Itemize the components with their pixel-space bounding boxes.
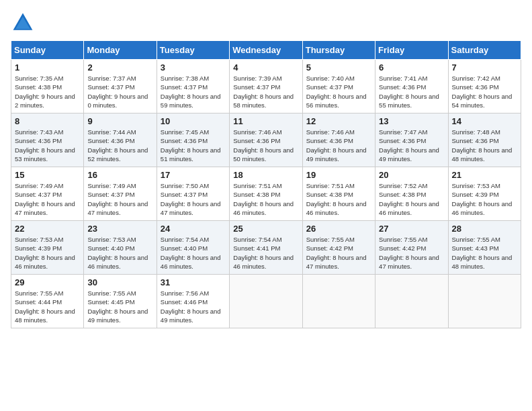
calendar-cell: 5 Sunrise: 7:40 AM Sunset: 4:37 PM Dayli… — [302, 60, 375, 113]
day-header-tuesday: Tuesday — [157, 41, 229, 60]
day-number: 28 — [452, 224, 517, 234]
day-info: Sunrise: 7:49 AM Sunset: 4:37 PM Dayligh… — [15, 181, 80, 217]
day-info: Sunrise: 7:47 AM Sunset: 4:36 PM Dayligh… — [379, 128, 444, 163]
day-number: 12 — [306, 116, 371, 126]
calendar-cell: 14 Sunrise: 7:48 AM Sunset: 4:36 PM Dayl… — [448, 113, 521, 167]
day-number: 24 — [161, 224, 226, 234]
day-info: Sunrise: 7:55 AM Sunset: 4:45 PM Dayligh… — [87, 289, 152, 324]
day-number: 6 — [379, 62, 444, 73]
day-info: Sunrise: 7:55 AM Sunset: 4:42 PM Dayligh… — [306, 235, 371, 271]
day-header-sunday: Sunday — [11, 41, 84, 60]
day-info: Sunrise: 7:56 AM Sunset: 4:46 PM Dayligh… — [161, 289, 226, 324]
day-number: 31 — [161, 277, 226, 287]
calendar-cell — [302, 275, 375, 328]
calendar-cell: 23 Sunrise: 7:53 AM Sunset: 4:40 PM Dayl… — [84, 221, 157, 275]
day-number: 13 — [379, 116, 444, 126]
day-info: Sunrise: 7:51 AM Sunset: 4:38 PM Dayligh… — [306, 181, 371, 217]
day-info: Sunrise: 7:54 AM Sunset: 4:41 PM Dayligh… — [233, 235, 298, 271]
calendar-cell: 13 Sunrise: 7:47 AM Sunset: 4:36 PM Dayl… — [375, 113, 448, 167]
day-number: 17 — [161, 170, 226, 180]
day-number: 4 — [233, 62, 298, 73]
calendar-cell: 20 Sunrise: 7:52 AM Sunset: 4:38 PM Dayl… — [375, 167, 448, 221]
calendar-cell: 11 Sunrise: 7:46 AM Sunset: 4:36 PM Dayl… — [230, 113, 302, 167]
day-number: 18 — [233, 170, 298, 180]
calendar-cell: 24 Sunrise: 7:54 AM Sunset: 4:40 PM Dayl… — [157, 221, 229, 275]
day-number: 3 — [161, 62, 226, 73]
day-number: 19 — [306, 170, 371, 180]
day-info: Sunrise: 7:46 AM Sunset: 4:36 PM Dayligh… — [233, 128, 298, 163]
day-number: 21 — [452, 170, 517, 180]
day-info: Sunrise: 7:46 AM Sunset: 4:36 PM Dayligh… — [306, 128, 371, 163]
calendar-cell: 18 Sunrise: 7:51 AM Sunset: 4:38 PM Dayl… — [230, 167, 302, 221]
day-number: 25 — [233, 224, 298, 234]
calendar-cell: 19 Sunrise: 7:51 AM Sunset: 4:38 PM Dayl… — [302, 167, 375, 221]
day-header-wednesday: Wednesday — [230, 41, 302, 60]
day-number: 8 — [15, 116, 80, 126]
day-header-friday: Friday — [375, 41, 448, 60]
calendar-cell: 31 Sunrise: 7:56 AM Sunset: 4:46 PM Dayl… — [157, 275, 229, 328]
day-info: Sunrise: 7:55 AM Sunset: 4:42 PM Dayligh… — [379, 235, 444, 271]
day-info: Sunrise: 7:49 AM Sunset: 4:37 PM Dayligh… — [87, 181, 152, 217]
calendar-week-row: 29 Sunrise: 7:55 AM Sunset: 4:44 PM Dayl… — [11, 275, 521, 328]
day-number: 22 — [15, 224, 80, 234]
day-number: 20 — [379, 170, 444, 180]
day-info: Sunrise: 7:53 AM Sunset: 4:39 PM Dayligh… — [15, 235, 80, 271]
logo-icon — [11, 11, 35, 35]
calendar-week-row: 15 Sunrise: 7:49 AM Sunset: 4:37 PM Dayl… — [11, 167, 521, 221]
day-number: 14 — [452, 116, 517, 126]
day-number: 2 — [87, 62, 152, 73]
calendar-header-row: SundayMondayTuesdayWednesdayThursdayFrid… — [11, 41, 521, 60]
day-number: 16 — [87, 170, 152, 180]
day-info: Sunrise: 7:45 AM Sunset: 4:36 PM Dayligh… — [161, 128, 226, 163]
calendar-cell: 9 Sunrise: 7:44 AM Sunset: 4:36 PM Dayli… — [84, 113, 157, 167]
day-number: 26 — [306, 224, 371, 234]
day-info: Sunrise: 7:44 AM Sunset: 4:36 PM Dayligh… — [87, 128, 152, 163]
day-info: Sunrise: 7:52 AM Sunset: 4:38 PM Dayligh… — [379, 181, 444, 217]
day-number: 5 — [306, 62, 371, 73]
day-number: 30 — [87, 277, 152, 287]
day-number: 27 — [379, 224, 444, 234]
calendar-cell: 30 Sunrise: 7:55 AM Sunset: 4:45 PM Dayl… — [84, 275, 157, 328]
calendar-cell: 26 Sunrise: 7:55 AM Sunset: 4:42 PM Dayl… — [302, 221, 375, 275]
day-info: Sunrise: 7:42 AM Sunset: 4:36 PM Dayligh… — [452, 74, 517, 109]
calendar-cell — [230, 275, 302, 328]
day-info: Sunrise: 7:40 AM Sunset: 4:37 PM Dayligh… — [306, 74, 371, 109]
page-header — [11, 11, 521, 35]
calendar-cell: 28 Sunrise: 7:55 AM Sunset: 4:43 PM Dayl… — [448, 221, 521, 275]
calendar-cell — [375, 275, 448, 328]
calendar-week-row: 8 Sunrise: 7:43 AM Sunset: 4:36 PM Dayli… — [11, 113, 521, 167]
calendar-cell: 22 Sunrise: 7:53 AM Sunset: 4:39 PM Dayl… — [11, 221, 84, 275]
calendar-cell: 2 Sunrise: 7:37 AM Sunset: 4:37 PM Dayli… — [84, 60, 157, 113]
calendar-cell: 6 Sunrise: 7:41 AM Sunset: 4:36 PM Dayli… — [375, 60, 448, 113]
day-info: Sunrise: 7:54 AM Sunset: 4:40 PM Dayligh… — [161, 235, 226, 271]
calendar-cell: 7 Sunrise: 7:42 AM Sunset: 4:36 PM Dayli… — [448, 60, 521, 113]
logo — [11, 11, 38, 35]
day-header-monday: Monday — [84, 41, 157, 60]
day-info: Sunrise: 7:38 AM Sunset: 4:37 PM Dayligh… — [161, 74, 226, 109]
calendar-cell: 27 Sunrise: 7:55 AM Sunset: 4:42 PM Dayl… — [375, 221, 448, 275]
day-number: 29 — [15, 277, 80, 287]
calendar-cell: 10 Sunrise: 7:45 AM Sunset: 4:36 PM Dayl… — [157, 113, 229, 167]
calendar-week-row: 1 Sunrise: 7:35 AM Sunset: 4:38 PM Dayli… — [11, 60, 521, 113]
day-info: Sunrise: 7:53 AM Sunset: 4:39 PM Dayligh… — [452, 181, 517, 217]
day-info: Sunrise: 7:48 AM Sunset: 4:36 PM Dayligh… — [452, 128, 517, 163]
day-info: Sunrise: 7:39 AM Sunset: 4:37 PM Dayligh… — [233, 74, 298, 109]
day-number: 9 — [87, 116, 152, 126]
calendar-cell — [448, 275, 521, 328]
day-number: 15 — [15, 170, 80, 180]
day-header-saturday: Saturday — [448, 41, 521, 60]
calendar-cell: 15 Sunrise: 7:49 AM Sunset: 4:37 PM Dayl… — [11, 167, 84, 221]
day-number: 23 — [87, 224, 152, 234]
day-info: Sunrise: 7:51 AM Sunset: 4:38 PM Dayligh… — [233, 181, 298, 217]
day-info: Sunrise: 7:43 AM Sunset: 4:36 PM Dayligh… — [15, 128, 80, 163]
day-number: 7 — [452, 62, 517, 73]
calendar-week-row: 22 Sunrise: 7:53 AM Sunset: 4:39 PM Dayl… — [11, 221, 521, 275]
day-info: Sunrise: 7:55 AM Sunset: 4:43 PM Dayligh… — [452, 235, 517, 271]
day-number: 1 — [15, 62, 80, 73]
day-header-thursday: Thursday — [302, 41, 375, 60]
calendar-table: SundayMondayTuesdayWednesdayThursdayFrid… — [11, 40, 521, 328]
calendar-cell: 21 Sunrise: 7:53 AM Sunset: 4:39 PM Dayl… — [448, 167, 521, 221]
day-number: 10 — [161, 116, 226, 126]
calendar-cell: 4 Sunrise: 7:39 AM Sunset: 4:37 PM Dayli… — [230, 60, 302, 113]
day-info: Sunrise: 7:50 AM Sunset: 4:37 PM Dayligh… — [161, 181, 226, 217]
